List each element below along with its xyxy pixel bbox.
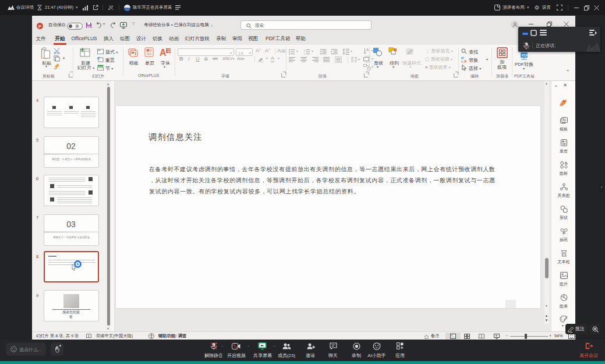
svg-text:PDF: PDF [522, 54, 529, 57]
svg-text:字: 字 [167, 49, 171, 53]
svg-text:3: 3 [304, 53, 305, 55]
svg-text:c: c [461, 59, 463, 63]
svg-text:A: A [160, 48, 167, 58]
